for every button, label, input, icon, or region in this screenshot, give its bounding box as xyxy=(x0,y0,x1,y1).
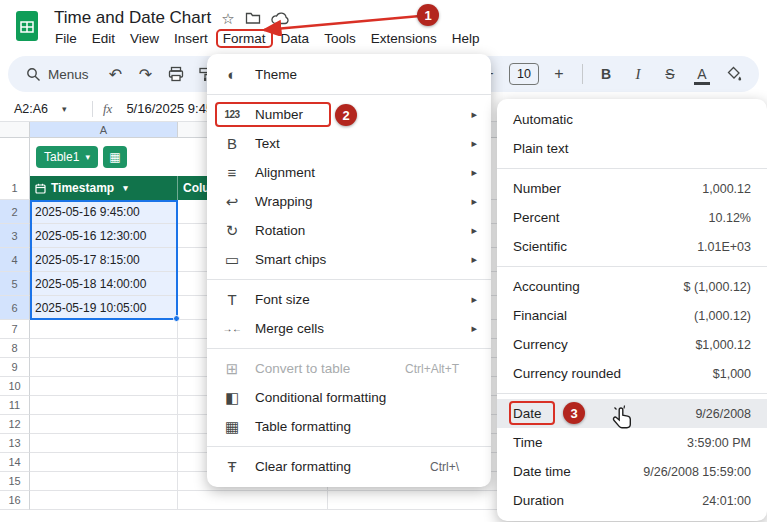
cell[interactable] xyxy=(30,491,178,510)
format-menu-item-text[interactable]: B Text ▸ xyxy=(207,129,491,158)
format-menu-item-smart-chips[interactable]: ▭ Smart chips ▸ xyxy=(207,245,491,274)
menubar-item-view[interactable]: View xyxy=(123,29,166,48)
number-menu-item-duration[interactable]: Duration 24:01:00 xyxy=(497,486,767,515)
row-header[interactable]: 12 xyxy=(0,415,30,434)
text-color-button[interactable]: A xyxy=(689,61,715,87)
menu-separator xyxy=(497,168,767,169)
number-menu-item-number[interactable]: Number 1,000.12 xyxy=(497,174,767,203)
cell[interactable] xyxy=(178,491,328,510)
number-menu-item-automatic[interactable]: Automatic xyxy=(497,105,767,134)
row-header[interactable]: 8 xyxy=(0,339,30,358)
menu-item-label: Plain text xyxy=(513,141,751,156)
menu-item-sample-value: 1.01E+03 xyxy=(697,240,751,254)
format-menu-item-font-size[interactable]: T Font size ▸ xyxy=(207,285,491,314)
cell[interactable] xyxy=(30,377,178,396)
print-button[interactable] xyxy=(163,61,189,87)
number-menu-item-plain-text[interactable]: Plain text xyxy=(497,134,767,163)
row-header[interactable]: 7 xyxy=(0,320,30,339)
number-menu-item-time[interactable]: Time 3:59:00 PM xyxy=(497,428,767,457)
cell[interactable] xyxy=(30,453,178,472)
number-menu-item-percent[interactable]: Percent 10.12% xyxy=(497,203,767,232)
row-header[interactable]: 1 xyxy=(0,176,30,200)
undo-button[interactable]: ↶ xyxy=(103,61,129,87)
submenu-arrow-icon: ▸ xyxy=(465,293,477,306)
row-header[interactable]: 6 xyxy=(0,296,30,320)
format-menu: ◐ Theme ▸ 123 Number ▸ B Text ▸ ≡ Alignm… xyxy=(207,54,491,487)
cell[interactable]: 2025-05-17 8:15:00 xyxy=(30,248,178,272)
menus-search-button[interactable]: Menus xyxy=(18,63,101,86)
row-header[interactable]: 3 xyxy=(0,224,30,248)
format-menu-item-wrapping[interactable]: ↩ Wrapping ▸ xyxy=(207,187,491,216)
annotation-badge-1: 1 xyxy=(417,4,439,26)
menu-item-shortcut: Ctrl+\ xyxy=(430,460,459,474)
select-all-corner[interactable] xyxy=(0,122,30,138)
menu-item-label: Scientific xyxy=(513,239,697,254)
table-name-chip[interactable]: Table1 ▾ xyxy=(36,146,98,168)
fill-color-icon xyxy=(726,66,742,82)
text-rotate-icon: ↻ xyxy=(221,222,243,240)
number-menu-item-financial[interactable]: Financial (1,000.12) xyxy=(497,301,767,330)
row-header[interactable]: 16 xyxy=(0,491,30,510)
menubar-item-edit[interactable]: Edit xyxy=(85,29,122,48)
row-header[interactable]: 14 xyxy=(0,453,30,472)
fill-color-button[interactable] xyxy=(721,61,747,87)
increase-font-size-button[interactable]: + xyxy=(546,61,572,87)
cell[interactable] xyxy=(30,358,178,377)
number-menu-item-scientific[interactable]: Scientific 1.01E+03 xyxy=(497,232,767,261)
cell[interactable]: 2025-05-16 9:45:00 xyxy=(30,200,178,224)
calendar-icon xyxy=(35,183,46,194)
menu-item-label: Clear formatting xyxy=(255,459,422,474)
cell[interactable] xyxy=(30,396,178,415)
row-header[interactable]: 4 xyxy=(0,248,30,272)
chevron-down-icon[interactable]: ▾ xyxy=(123,183,128,193)
cell[interactable] xyxy=(30,472,178,491)
cell[interactable] xyxy=(30,339,178,358)
menubar-item-help[interactable]: Help xyxy=(445,29,487,48)
strikethrough-button[interactable]: S xyxy=(657,61,683,87)
chevron-down-icon: ▾ xyxy=(62,104,67,114)
cell[interactable] xyxy=(30,415,178,434)
row-header[interactable]: 2 xyxy=(0,200,30,224)
format-menu-item-table-formatting[interactable]: ▦ Table formatting ▸ xyxy=(207,412,491,441)
document-title[interactable]: Time and Date Chart xyxy=(54,8,211,28)
clear-formatting-icon: Ŧ xyxy=(221,458,243,475)
row-header[interactable]: 11 xyxy=(0,396,30,415)
row-header[interactable]: 15 xyxy=(0,472,30,491)
row-header[interactable]: 10 xyxy=(0,377,30,396)
menu-item-label: Percent xyxy=(513,210,709,225)
table-header-timestamp[interactable]: Timestamp ▾ xyxy=(30,176,178,200)
format-menu-item-alignment[interactable]: ≡ Alignment ▸ xyxy=(207,158,491,187)
bold-button[interactable]: B xyxy=(593,61,619,87)
format-menu-item-rotation[interactable]: ↻ Rotation ▸ xyxy=(207,216,491,245)
row-header[interactable]: 13 xyxy=(0,434,30,453)
menus-label: Menus xyxy=(48,67,89,82)
cell[interactable]: 2025-05-19 10:05:00 xyxy=(30,296,178,320)
number-menu-item-accounting[interactable]: Accounting $ (1,000.12) xyxy=(497,272,767,301)
format-menu-item-clear-formatting[interactable]: Ŧ Clear formatting Ctrl+\ ▸ xyxy=(207,452,491,481)
row-header[interactable]: 5 xyxy=(0,272,30,296)
redo-button[interactable]: ↷ xyxy=(133,61,159,87)
format-menu-item-merge-cells[interactable]: →← Merge cells ▸ xyxy=(207,314,491,343)
cell[interactable] xyxy=(30,320,178,339)
number-menu-item-currency[interactable]: Currency $1,000.12 xyxy=(497,330,767,359)
column-header-a[interactable]: A xyxy=(30,122,178,138)
cell[interactable]: 2025-05-18 14:00:00 xyxy=(30,272,178,296)
italic-button[interactable]: I xyxy=(625,61,651,87)
merge-cells-icon: →← xyxy=(221,323,243,334)
number-menu-item-date-time[interactable]: Date time 9/26/2008 15:59:00 xyxy=(497,457,767,486)
menubar-item-file[interactable]: File xyxy=(48,29,84,48)
name-box[interactable]: A2:A6 ▾ xyxy=(0,102,92,116)
name-box-range: A2:A6 xyxy=(14,102,48,116)
format-menu-item-conditional-formatting[interactable]: ◧ Conditional formatting ▸ xyxy=(207,383,491,412)
format-menu-item-convert-to-table[interactable]: ⊞ Convert to table Ctrl+Alt+T ▸ xyxy=(207,354,491,383)
number-menu-item-currency-rounded[interactable]: Currency rounded $1,000 xyxy=(497,359,767,388)
cell[interactable]: 2025-05-16 12:30:00 xyxy=(30,224,178,248)
table-options-button[interactable]: ▦ xyxy=(103,146,127,168)
cell[interactable] xyxy=(30,434,178,453)
font-size-input[interactable]: 10 xyxy=(509,63,539,85)
row-header[interactable]: 9 xyxy=(0,358,30,377)
menubar-item-insert[interactable]: Insert xyxy=(167,29,215,48)
font-size-icon: T xyxy=(221,291,243,308)
format-menu-item-theme[interactable]: ◐ Theme ▸ xyxy=(207,60,491,89)
star-icon[interactable]: ☆ xyxy=(221,11,234,26)
